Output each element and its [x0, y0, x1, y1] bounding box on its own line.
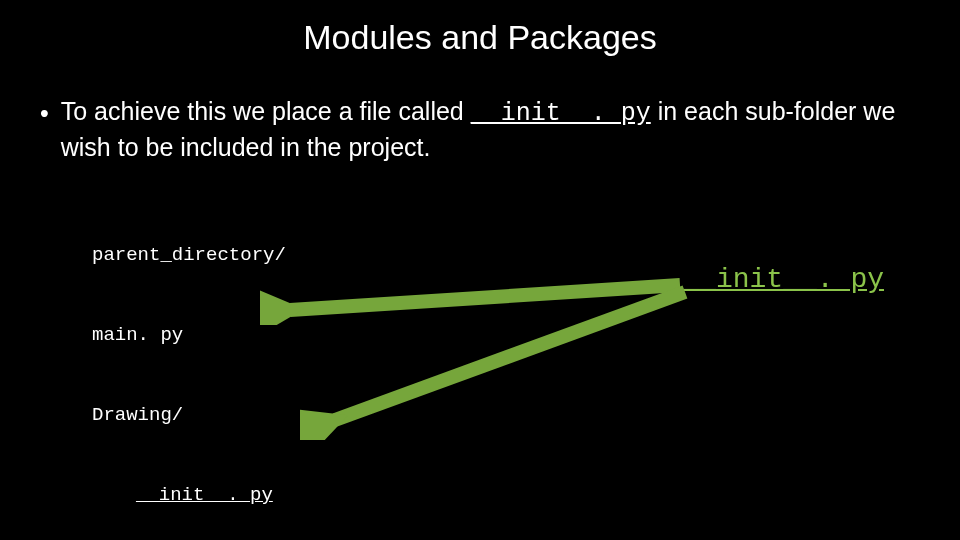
bullet-code: __init__. py — [471, 99, 651, 128]
slide-body: • To achieve this we place a file called… — [0, 57, 960, 540]
bullet-lead: To achieve this we place a file called — [61, 97, 471, 125]
tree-line-init: __init__. py — [92, 482, 920, 509]
bullet-text: To achieve this we place a file called _… — [61, 95, 920, 163]
directory-tree: parent_directory/ main. py Drawing/ __in… — [92, 189, 920, 540]
tree-line: main. py — [92, 322, 920, 349]
bullet-item: • To achieve this we place a file called… — [40, 95, 920, 163]
tree-line: Drawing/ — [92, 402, 920, 429]
slide-title: Modules and Packages — [0, 0, 960, 57]
bullet-dot: • — [40, 97, 49, 130]
callout-label: __init__. py — [682, 264, 884, 295]
